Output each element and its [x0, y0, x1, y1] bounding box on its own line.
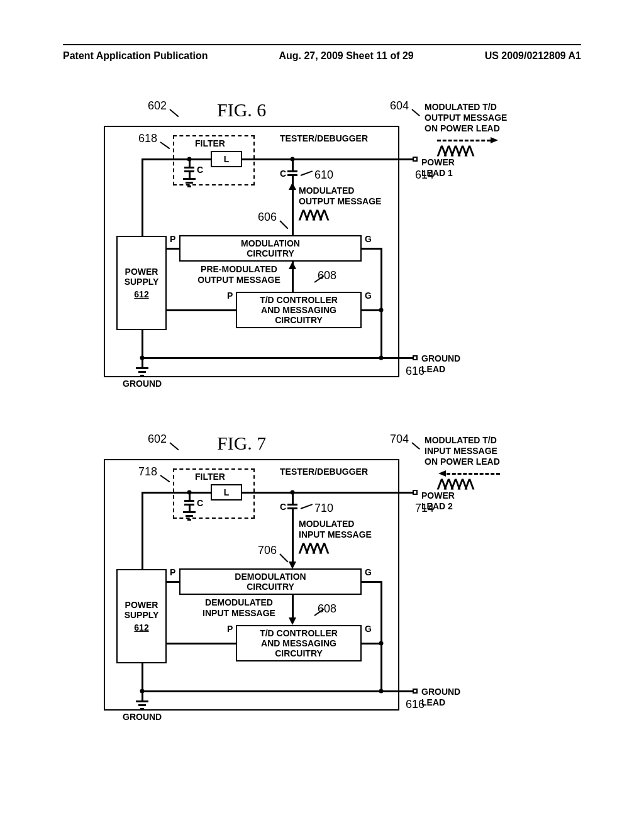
- power-bus-7: [242, 492, 415, 494]
- node-g-td: [379, 308, 384, 313]
- header-center: Aug. 27, 2009 Sheet 11 of 29: [279, 50, 413, 62]
- lead-602: [169, 109, 179, 117]
- fig7-title: FIG. 7: [217, 433, 266, 454]
- label-ground-lead: GROUND LEAD: [421, 353, 460, 375]
- label-P-td: P: [227, 290, 233, 301]
- lead-704: [411, 442, 420, 450]
- label-power-supply-7: POWER SUPPLY: [125, 600, 159, 620]
- wire-g-mod-7: [362, 581, 382, 583]
- wire-filter-left: [189, 158, 211, 160]
- label-modulated-td-7: MODULATED T/D INPUT MESSAGE ON POWER LEA…: [425, 435, 525, 467]
- power-supply-box: POWER SUPPLY 612: [116, 236, 167, 330]
- label-tester: TESTER/DEBUGGER: [280, 133, 368, 144]
- power-lead-terminal: [413, 157, 418, 162]
- ground-terminal: [413, 355, 418, 360]
- label-G-td-7: G: [365, 624, 372, 634]
- node-g-td-7: [379, 641, 384, 646]
- label-L: L: [224, 154, 230, 164]
- power-bus: [242, 158, 415, 160]
- label-C2-7: C: [280, 502, 286, 512]
- ref-608-7: 608: [318, 602, 336, 616]
- td-controller-box-7: T/D CONTROLLER AND MESSAGING CIRCUITRY: [236, 625, 362, 661]
- wire-ps-top: [142, 158, 143, 236]
- node-gnd-g-7: [379, 689, 384, 694]
- label-ground: GROUND: [123, 379, 162, 389]
- input-direction-arrow: [447, 473, 500, 475]
- wire-ps-gnd-7: [142, 663, 143, 692]
- wire-c2-top-7: [292, 492, 294, 504]
- inductor-box: L: [211, 151, 242, 167]
- label-filter-7: FILTER: [195, 472, 225, 482]
- label-P-demod: P: [170, 567, 175, 578]
- label-P-mod: P: [170, 234, 175, 245]
- ref-704: 704: [390, 433, 409, 446]
- header-left: Patent Application Publication: [63, 50, 208, 62]
- ref-718: 718: [138, 465, 157, 479]
- label-G-td: G: [365, 290, 372, 301]
- label-C2: C: [280, 169, 286, 179]
- ref-618: 618: [138, 132, 157, 145]
- ground-bus: [142, 357, 415, 359]
- ref-614: 614: [415, 169, 434, 182]
- wave-icon-mod-7: ᐱᐱᐱᐱ: [299, 541, 326, 557]
- fig6-title: FIG. 6: [217, 99, 266, 121]
- wire-ps-gnd: [142, 330, 143, 358]
- wire-g-v-7: [380, 581, 382, 692]
- label-premod: PRE-MODULATED OUTPUT MESSAGE: [192, 264, 286, 285]
- wire-ps-to-filter: [142, 158, 189, 160]
- wave-icon-mod: ᐱᐱᐱᐱ: [299, 208, 326, 224]
- ref-608: 608: [318, 269, 336, 282]
- label-power-supply: POWER SUPPLY: [125, 267, 159, 287]
- demodulation-box: DEMODULATION CIRCUITRY: [179, 568, 362, 595]
- ground-bus-7: [142, 690, 415, 692]
- arrow-premod-icon: [289, 262, 296, 269]
- power-supply-box-7: POWER SUPPLY 612: [116, 569, 167, 663]
- label-C1-7: C: [197, 498, 203, 509]
- inductor-box-7: L: [211, 484, 242, 501]
- wire-demod-7: [292, 595, 294, 617]
- ref-602: 602: [148, 99, 167, 113]
- label-td-ctrl-7: T/D CONTROLLER AND MESSAGING CIRCUITRY: [260, 628, 338, 658]
- label-C1: C: [197, 165, 203, 175]
- wire-gnd-sym: [142, 358, 143, 367]
- wire-gnd-sym-7: [142, 692, 143, 700]
- label-td-ctrl: T/D CONTROLLER AND MESSAGING CIRCUITRY: [260, 295, 338, 325]
- wire-ps-td-7: [167, 643, 236, 645]
- power-lead-terminal-7: [413, 490, 418, 495]
- label-G-mod: G: [365, 234, 372, 245]
- label-mod-in-7: MODULATED INPUT MESSAGE: [299, 519, 393, 540]
- figure-6: FIG. 6 602 604 MODULATED T/D OUTPUT MESS…: [104, 94, 428, 402]
- arrow-demod-icon: [289, 617, 296, 625]
- wire-g-mod: [362, 248, 382, 250]
- label-ground-lead-7: GROUND LEAD: [421, 687, 460, 708]
- arrow-mod-out-icon: [289, 182, 296, 190]
- ref-606: 606: [258, 211, 277, 224]
- wire-ps-top-7: [142, 492, 143, 569]
- label-ground-7: GROUND: [123, 712, 162, 722]
- label-P-td-7: P: [227, 624, 233, 634]
- td-controller-box: T/D CONTROLLER AND MESSAGING CIRCUITRY: [236, 292, 362, 328]
- header-right: US 2009/0212809 A1: [485, 50, 581, 62]
- wire-ps-mod: [167, 248, 179, 250]
- label-tester-7: TESTER/DEBUGGER: [280, 467, 368, 477]
- label-modulated-td: MODULATED T/D OUTPUT MESSAGE ON POWER LE…: [425, 102, 525, 133]
- label-G-demod: G: [365, 567, 372, 578]
- lead-602-7: [169, 442, 179, 450]
- wire-c1-gnd-7: [189, 505, 191, 511]
- modulation-box: MODULATION CIRCUITRY: [179, 235, 362, 262]
- ref-710: 710: [314, 502, 333, 515]
- ref-714: 714: [415, 502, 434, 515]
- page-header: Patent Application Publication Aug. 27, …: [0, 44, 644, 62]
- ref-616-7: 616: [406, 698, 425, 711]
- wire-c2-bot-7: [292, 509, 294, 562]
- wire-ps-to-filter-7: [142, 492, 189, 494]
- ref-612: 612: [134, 289, 148, 299]
- label-demod-msg: DEMODULATED INPUT MESSAGE: [192, 597, 286, 619]
- wire-c1-gnd: [189, 172, 191, 178]
- wire-c2-top: [292, 159, 294, 170]
- ref-610: 610: [314, 169, 333, 182]
- wire-ps-mod-7: [167, 581, 179, 583]
- label-filter: FILTER: [195, 138, 225, 149]
- ref-706: 706: [258, 544, 277, 557]
- node-gnd-g: [379, 356, 384, 360]
